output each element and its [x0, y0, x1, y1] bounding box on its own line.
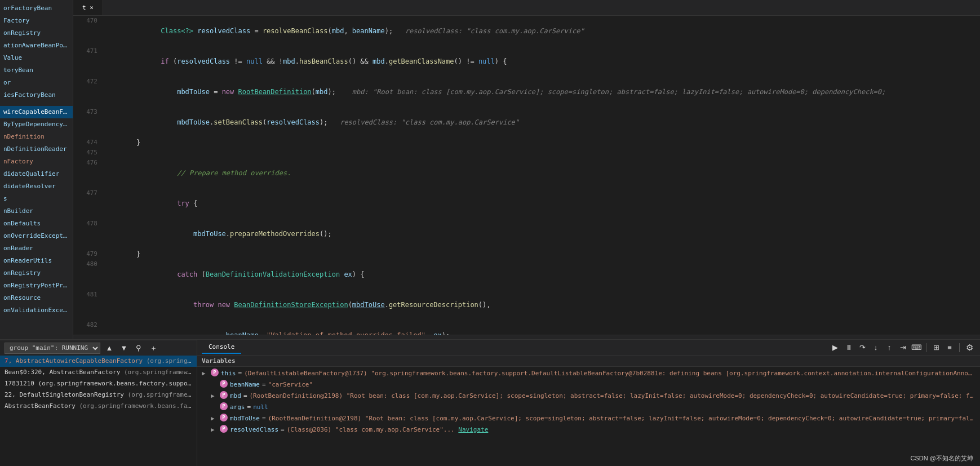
- frame-item-1[interactable]: Bean$0:320, AbstractBeanFactory (org.spr…: [0, 367, 197, 378]
- sidebar-item-15[interactable]: didateQualifier: [0, 168, 73, 180]
- sidebar-item-26[interactable]: onValidationException: [0, 304, 73, 317]
- line-content-477: try {: [116, 188, 980, 219]
- var-name-mbdtouse: mbdToUse: [230, 414, 260, 424]
- sidebar-item-13[interactable]: nDefinitionReader: [0, 143, 73, 156]
- line-num-477: 477: [73, 188, 104, 219]
- author-credit: CSDN @不知名的艾坤: [911, 454, 973, 463]
- var-row-this[interactable]: ▶ P this = (DefaultListableBeanFactory@1…: [197, 368, 980, 379]
- debug-nav-up[interactable]: ▲: [104, 343, 115, 354]
- sidebar-item-25[interactable]: onResource: [0, 292, 73, 304]
- debug-tab-console[interactable]: Console: [202, 341, 241, 354]
- sidebar-item-definition[interactable]: nDefinition: [0, 131, 73, 143]
- line-gutter-480: [104, 259, 116, 290]
- debug-settings-btn[interactable]: ⚙: [963, 341, 975, 354]
- debug-btn-step-into[interactable]: ↓: [870, 341, 882, 354]
- line-gutter-477: [104, 188, 116, 219]
- sidebar-item-3[interactable]: ationAwareBeanPostPro: [0, 39, 73, 52]
- line-content-474: }: [116, 137, 980, 148]
- sidebar-item-16[interactable]: didateResolver: [0, 180, 73, 193]
- code-line-476: 476 // Prepare method overrides.: [73, 158, 980, 188]
- var-val-beanname: "carService": [268, 380, 975, 390]
- editor-area: t × 470 Class<?> resolvedClass = resolve…: [73, 0, 980, 339]
- expand-resolvedclass[interactable]: ▶: [211, 425, 218, 435]
- debug-btn-run-to[interactable]: ⇥: [897, 341, 909, 354]
- line-content-480: catch (BeanDefinitionValidationException…: [116, 259, 980, 290]
- debug-filter[interactable]: ⚲: [133, 343, 144, 354]
- line-gutter-474: [104, 137, 116, 148]
- line-content-475: [116, 148, 980, 158]
- sidebar-item-2[interactable]: onRegistry: [0, 27, 73, 39]
- sidebar-item-11[interactable]: ByTypeDependencyDescr: [0, 118, 73, 131]
- line-num-475: 475: [73, 148, 104, 158]
- code-line-480: 480 catch (BeanDefinitionValidationExcep…: [73, 259, 980, 290]
- debug-add[interactable]: ＋: [148, 343, 159, 354]
- sidebar-item-4[interactable]: Value: [0, 52, 73, 64]
- thread-bar: group "main": RUNNING ▲ ▼ ⚲ ＋: [0, 340, 197, 356]
- sidebar-item-0[interactable]: orFactoryBean: [0, 2, 73, 15]
- var-row-resolvedclass[interactable]: ▶ P resolvedClass = (Class@2036) "class …: [197, 424, 980, 436]
- var-row-mbd[interactable]: ▶ P mbd = (RootBeanDefinition@2198) "Roo…: [197, 390, 980, 402]
- line-content-478: mbdToUse.prepareMethodOverrides();: [116, 219, 980, 249]
- var-val-this: (DefaultListableBeanFactory@1737) "org.s…: [244, 369, 975, 379]
- line-content-479: }: [116, 249, 980, 259]
- navigate-link[interactable]: Navigate: [458, 426, 488, 433]
- line-num-474: 474: [73, 137, 104, 148]
- frame-item-3[interactable]: 22, DefaultSingletonBeanRegistry (org.sp…: [0, 389, 197, 401]
- line-gutter-482: [104, 320, 116, 335]
- line-gutter-472: [104, 77, 116, 107]
- debug-left-panel: group "main": RUNNING ▲ ▼ ⚲ ＋ 7, Abstrac…: [0, 340, 197, 466]
- thread-select[interactable]: group "main": RUNNING: [5, 343, 100, 354]
- debug-btn-step-out[interactable]: ↑: [883, 341, 895, 354]
- debug-btn-list[interactable]: ≡: [943, 341, 956, 354]
- var-icon-mbdtouse: P: [220, 414, 228, 421]
- line-num-471: 471: [73, 46, 104, 77]
- debug-btn-step-over[interactable]: ↷: [856, 341, 868, 354]
- sidebar-item-10[interactable]: wireCapableBeanFactor: [0, 106, 73, 118]
- debug-btn-evaluate[interactable]: ⌨: [910, 341, 923, 354]
- expand-this[interactable]: ▶: [202, 369, 209, 379]
- sidebar-item-21[interactable]: onReader: [0, 242, 73, 255]
- code-line-474: 474 }: [73, 137, 980, 148]
- var-row-beanname[interactable]: P beanName = "carService": [197, 379, 980, 390]
- line-gutter-475: [104, 148, 116, 158]
- sidebar-item-18[interactable]: nBuilder: [0, 205, 73, 218]
- var-name-resolvedclass: resolvedClass: [230, 425, 278, 435]
- sidebar-item-7[interactable]: iesFactoryBean: [0, 89, 73, 101]
- sidebar-item-22[interactable]: onReaderUtils: [0, 255, 73, 267]
- var-icon-resolvedclass: P: [220, 425, 228, 433]
- debug-btn-pause[interactable]: ⏸: [842, 341, 855, 354]
- sidebar-item-5[interactable]: toryBean: [0, 64, 73, 77]
- code-line-479: 479 }: [73, 249, 980, 259]
- frame-item-0[interactable]: 7, AbstractAutowireCapableBeanFactory (o…: [0, 356, 197, 367]
- var-eq-mbd: =: [243, 391, 247, 401]
- frame-item-2[interactable]: 17831210 (org.springframework.beans.fact…: [0, 378, 197, 389]
- line-gutter-478: [104, 219, 116, 249]
- debug-nav-down[interactable]: ▼: [118, 343, 130, 354]
- expand-mbd[interactable]: ▶: [211, 391, 218, 401]
- debug-toolbar: ▶ ⏸ ↷ ↓ ↑ ⇥ ⌨ ⊞ ≡ ⚙: [829, 341, 975, 354]
- sidebar-item-6[interactable]: or: [0, 77, 73, 89]
- frame-item-4[interactable]: AbstractBeanFactory (org.springframework…: [0, 401, 197, 412]
- code-container[interactable]: 470 Class<?> resolvedClass = resolveBean…: [73, 16, 980, 335]
- sidebar-item-23[interactable]: onRegistry: [0, 267, 73, 279]
- sidebar-item-24[interactable]: onRegistryPostProcessor: [0, 279, 73, 292]
- expand-mbdtouse[interactable]: ▶: [211, 414, 218, 424]
- line-num-470: 470: [73, 16, 104, 46]
- var-row-args[interactable]: P args = null: [197, 402, 980, 413]
- editor-tab-active[interactable]: t ×: [73, 0, 103, 15]
- debug-btn-table[interactable]: ⊞: [930, 341, 942, 354]
- line-num-472: 472: [73, 77, 104, 107]
- var-val-mbd: (RootBeanDefinition@2198) "Root bean: cl…: [250, 391, 976, 401]
- sidebar-item-20[interactable]: onOverrideException: [0, 230, 73, 242]
- sidebar-item-19[interactable]: onDefaults: [0, 218, 73, 230]
- debug-btn-resume[interactable]: ▶: [829, 341, 841, 354]
- var-row-mbdtouse[interactable]: ▶ P mbdToUse = (RootBeanDefinition@2198)…: [197, 413, 980, 424]
- sidebar-item-17[interactable]: s: [0, 193, 73, 205]
- var-val-args: null: [253, 402, 975, 412]
- line-content-473: mbdToUse.setBeanClass(resolvedClass); re…: [116, 107, 980, 137]
- editor-hscroll[interactable]: [73, 335, 980, 339]
- line-gutter-481: [104, 290, 116, 320]
- sidebar-item-factory[interactable]: nFactory: [0, 156, 73, 168]
- sidebar-item-1[interactable]: Factory: [0, 15, 73, 27]
- line-gutter-470: [104, 16, 116, 46]
